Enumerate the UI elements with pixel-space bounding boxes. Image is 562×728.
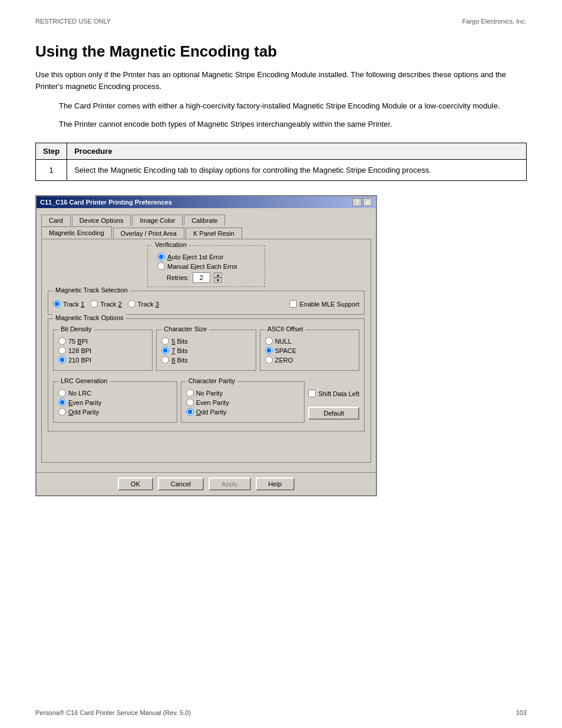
radio-track1: Track 1 <box>53 300 84 308</box>
track-selection-content: Track 1 Track 2 Track 3 <box>53 298 359 309</box>
radio-128bpi-input[interactable] <box>58 347 66 354</box>
lrc-generation-col: LRC Generation No LRC <box>53 378 177 426</box>
dialog-body: Card Device Options Image Color Calibrat… <box>37 208 376 467</box>
intro-para-1: Use this option only if the Printer has … <box>35 69 527 92</box>
retries-spinners: ▲ ▼ <box>214 272 222 283</box>
shift-default-col: Shift Data Left Default <box>308 378 359 426</box>
radio-track3: Track 3 <box>128 300 159 308</box>
radio-manual-eject-label: Manual Eject Each Error <box>167 263 237 270</box>
tab-calibrate[interactable]: Calibrate <box>184 215 225 226</box>
radio-null-input[interactable] <box>265 337 273 345</box>
radio-7bits-label: 7 Bits <box>171 347 188 354</box>
retries-label: Retries: <box>167 274 189 281</box>
track-selection-group: Magnetic Track Selection Track 1 Track 2 <box>48 291 365 315</box>
verification-title: Verification <box>153 241 189 248</box>
dialog-title: C11_C16 Card Printer Printing Preference… <box>40 199 172 206</box>
cancel-button[interactable]: Cancel <box>158 477 204 490</box>
verification-content: Auto Eject 1st Error Manual Eject Each E… <box>157 253 255 283</box>
radio-8bits-label: 8 Bits <box>171 357 188 364</box>
radio-7bits-input[interactable] <box>161 347 169 354</box>
radio-odd-parity-lrc-input[interactable] <box>58 408 66 416</box>
radio-null-label: NULL <box>275 338 292 345</box>
shift-data-left-checkbox[interactable] <box>308 390 316 397</box>
radio-auto-eject-label: Auto Eject 1st Error <box>167 253 223 261</box>
header-left: RESTRICTED USE ONLY <box>35 18 111 25</box>
retries-up-button[interactable]: ▲ <box>214 272 222 278</box>
radio-space: SPACE <box>265 347 354 354</box>
lrc-generation-group: LRC Generation No LRC <box>53 381 177 423</box>
titlebar-buttons: ? ✕ <box>352 198 372 206</box>
intro-para-3: The Printer cannot encode both types of … <box>59 118 527 131</box>
page-footer: Persona® C16 Card Printer Service Manual… <box>35 709 527 716</box>
magnetic-track-options-title: Magnetic Track Options <box>53 314 126 321</box>
radio-even-parity-char-input[interactable] <box>186 398 194 406</box>
page-title: Using the Magnetic Encoding tab <box>35 42 527 61</box>
radio-odd-parity-char: Odd Parity <box>186 408 300 416</box>
tab-device-options[interactable]: Device Options <box>72 215 131 226</box>
tab-row-1: Card Device Options Image Color Calibrat… <box>41 213 371 226</box>
radio-no-parity-char-label: No Parity <box>196 390 223 397</box>
radio-track3-input[interactable] <box>128 300 135 308</box>
radio-even-parity-lrc: Even Parity <box>58 398 172 406</box>
radio-5bits-input[interactable] <box>161 337 169 345</box>
character-size-content: 5 Bits 7 Bits <box>161 337 250 364</box>
radio-8bits-input[interactable] <box>161 356 169 364</box>
radio-5bits-label: 5 Bits <box>171 338 188 345</box>
retries-input[interactable] <box>193 272 210 283</box>
tab-k-panel-resin[interactable]: K Panel Resin <box>186 228 242 239</box>
radio-track3-label: Track 3 <box>138 301 159 308</box>
radio-track2-input[interactable] <box>90 300 98 308</box>
apply-button[interactable]: Apply <box>209 477 251 490</box>
help-titlebar-button[interactable]: ? <box>352 198 362 206</box>
tab-image-color[interactable]: Image Color <box>132 215 183 226</box>
ok-button[interactable]: OK <box>118 477 153 490</box>
radio-75bpi: 75 BPI <box>58 337 147 345</box>
radio-128bpi-label: 128 BPI <box>68 347 91 354</box>
radio-space-input[interactable] <box>265 347 273 354</box>
character-size-title: Character Size <box>161 325 209 332</box>
page-header: RESTRICTED USE ONLY Fargo Electronics, I… <box>35 18 527 25</box>
default-button[interactable]: Default <box>308 407 359 420</box>
radio-track1-input[interactable] <box>53 300 61 308</box>
shift-data-left-label: Shift Data Left <box>318 390 359 397</box>
radio-zero-label: ZERO <box>275 357 293 364</box>
intro-para-2: The Card Printer comes with either a hig… <box>59 100 527 113</box>
radio-manual-eject-input[interactable] <box>157 262 165 270</box>
bit-density-col: Bit Density 75 BPI <box>53 326 153 374</box>
radio-zero-input[interactable] <box>265 356 273 364</box>
character-parity-title: Character Parity <box>186 377 237 384</box>
retries-row: Retries: ▲ ▼ <box>167 272 255 283</box>
character-size-col: Character Size 5 Bits <box>156 326 256 374</box>
enable-mle-checkbox[interactable] <box>289 300 297 308</box>
retries-down-button[interactable]: ▼ <box>214 278 222 283</box>
header-right: Fargo Electronics, Inc. <box>462 18 527 25</box>
footer-right: 103 <box>516 709 527 716</box>
radio-even-parity-lrc-input[interactable] <box>58 398 66 406</box>
character-size-group: Character Size 5 Bits <box>156 330 256 371</box>
magnetic-track-options-content: Bit Density 75 BPI <box>53 326 359 426</box>
help-button[interactable]: Help <box>256 477 295 490</box>
radio-auto-eject-input[interactable] <box>157 253 165 261</box>
dialog-buttons: OK Cancel Apply Help <box>37 472 376 495</box>
radio-space-label: SPACE <box>275 347 296 354</box>
mto-grid: Bit Density 75 BPI <box>53 326 359 374</box>
radio-210bpi-input[interactable] <box>58 356 66 364</box>
tab-card[interactable]: Card <box>41 215 71 226</box>
magnetic-track-options-group: Magnetic Track Options Bit Density <box>48 318 365 431</box>
radio-210bpi: 210 BPI <box>58 356 147 364</box>
character-parity-content: No Parity Even Parity <box>186 389 300 416</box>
bit-density-title: Bit Density <box>58 325 94 332</box>
radio-even-parity-char-label: Even Parity <box>196 399 229 406</box>
radio-track2: Track 2 <box>90 300 121 308</box>
tab-overlay-print-area[interactable]: Overlay / Print Area <box>113 228 184 239</box>
tab-row-2: Magnetic Encoding Overlay / Print Area K… <box>41 226 371 239</box>
radio-no-parity-char-input[interactable] <box>186 389 194 397</box>
ascii-offset-content: NULL SPACE <box>265 337 354 364</box>
radio-odd-parity-char-input[interactable] <box>186 408 194 416</box>
radio-no-lrc-input[interactable] <box>58 389 66 397</box>
radio-75bpi-input[interactable] <box>58 337 66 345</box>
radio-track2-label: Track 2 <box>100 301 121 308</box>
radio-even-parity-lrc-label: Even Parity <box>68 399 101 406</box>
close-titlebar-button[interactable]: ✕ <box>363 198 372 206</box>
tab-magnetic-encoding[interactable]: Magnetic Encoding <box>41 226 112 239</box>
